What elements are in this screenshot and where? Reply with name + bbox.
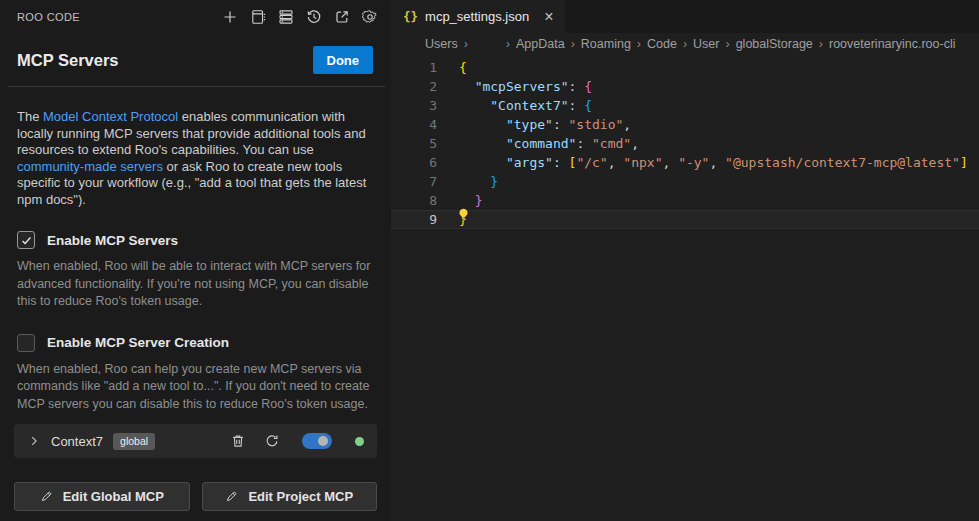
code-token: : — [569, 98, 585, 113]
line-number: 1 — [391, 58, 437, 77]
code-line[interactable]: 6"args": ["/c", "npx", "-y", "@upstash/c… — [391, 153, 979, 172]
server-icon[interactable] — [277, 8, 294, 25]
intro-text-segment: The — [17, 109, 43, 124]
history-icon[interactable] — [305, 8, 322, 25]
code-token: "type" — [506, 117, 553, 132]
edit-project-mcp-button[interactable]: Edit Project MCP — [202, 482, 378, 511]
code-line-text: { — [437, 58, 467, 77]
breadcrumb-separator: › — [571, 37, 575, 51]
code-token: { — [459, 60, 467, 75]
code-line[interactable]: 9} — [391, 210, 979, 229]
code-token: "cmd" — [592, 136, 631, 151]
notebook-icon[interactable] — [249, 8, 266, 25]
code-token: "command" — [506, 136, 576, 151]
panel-title: ROO CODE — [17, 11, 221, 23]
code-token: : — [553, 117, 569, 132]
delete-server-button[interactable] — [230, 433, 246, 449]
gear-icon[interactable] — [361, 8, 378, 25]
toggle-knob — [318, 436, 328, 446]
breadcrumb-separator: › — [637, 37, 641, 51]
line-number: 9 — [391, 210, 437, 229]
enable-mcp-servers-description: When enabled, Roo will be able to intera… — [17, 258, 374, 311]
code-token: { — [584, 79, 592, 94]
breadcrumb-item-rooveterinaryinc.roo-cli[interactable]: rooveterinaryinc.roo-cli — [829, 37, 955, 51]
edit-global-mcp-button[interactable]: Edit Global MCP — [14, 482, 190, 511]
chevron-right-icon[interactable] — [27, 434, 41, 448]
model-context-protocol-link[interactable]: Model Context Protocol — [43, 109, 178, 124]
line-number: 3 — [391, 96, 437, 115]
setting-enable-mcp-servers: Enable MCP Servers When enabled, Roo wil… — [17, 231, 374, 311]
code-line-text: "Context7": { — [437, 96, 592, 115]
setting-enable-mcp-server-creation: Enable MCP Server Creation When enabled,… — [17, 334, 374, 414]
line-number: 8 — [391, 191, 437, 210]
server-row-context7[interactable]: Context7 global — [14, 424, 377, 458]
edit-global-mcp-label: Edit Global MCP — [63, 489, 164, 504]
code-token: } — [475, 193, 483, 208]
code-token: : — [553, 155, 569, 170]
code-line[interactable]: 3"Context7": { — [391, 96, 979, 115]
code-token: "Context7" — [490, 98, 568, 113]
breadcrumb-item-users[interactable]: Users — [425, 37, 458, 51]
code-line-text: "type": "stdio", — [437, 115, 631, 134]
enable-mcp-server-creation-row[interactable]: Enable MCP Server Creation — [17, 334, 374, 352]
breadcrumb-separator: › — [683, 37, 687, 51]
code-line[interactable]: 7} — [391, 172, 979, 191]
breadcrumb-item-user[interactable]: User — [693, 37, 719, 51]
tab-filename: mcp_settings.json — [425, 9, 529, 24]
code-line[interactable]: 2"mcpServers": { — [391, 77, 979, 96]
breadcrumb-item-globalstorage[interactable]: globalStorage — [736, 37, 813, 51]
json-file-icon: {} — [403, 9, 418, 24]
breadcrumb-separator: › — [819, 37, 823, 51]
panel-toolbar — [221, 8, 378, 25]
close-icon[interactable]: × — [544, 9, 553, 25]
code-line[interactable]: 1{ — [391, 58, 979, 77]
code-token: , — [709, 155, 725, 170]
checkmark-icon — [20, 234, 33, 247]
code-token: "-y" — [678, 155, 709, 170]
breadcrumb-item-code[interactable]: Code — [647, 37, 677, 51]
header-divider — [8, 86, 385, 87]
code-line[interactable]: 8} — [391, 191, 979, 210]
enable-mcp-servers-row[interactable]: Enable MCP Servers — [17, 231, 374, 249]
code-token: : — [569, 79, 585, 94]
code-line-text: "args": ["/c", "npx", "-y", "@upstash/co… — [437, 153, 968, 172]
edit-mcp-buttons: Edit Global MCP Edit Project MCP — [14, 482, 377, 511]
enable-mcp-servers-checkbox[interactable] — [17, 231, 35, 249]
done-button[interactable]: Done — [313, 46, 374, 74]
code-token: , — [623, 117, 631, 132]
tab-mcp-settings-json[interactable]: {} mcp_settings.json × — [391, 0, 565, 33]
enable-mcp-server-creation-checkbox[interactable] — [17, 334, 35, 352]
tab-bar: {} mcp_settings.json × — [391, 0, 979, 33]
pencil-icon — [225, 490, 238, 503]
line-number: 6 — [391, 153, 437, 172]
code-line[interactable]: 4"type": "stdio", — [391, 115, 979, 134]
external-link-icon[interactable] — [333, 8, 350, 25]
plus-icon[interactable] — [221, 8, 238, 25]
community-made-servers-link[interactable]: community-made servers — [17, 159, 163, 174]
line-number: 7 — [391, 172, 437, 191]
breadcrumb-separator: › — [464, 37, 468, 51]
intro-text: The Model Context Protocol enables commu… — [17, 109, 374, 208]
code-line-text: } — [437, 191, 482, 210]
enable-mcp-servers-label: Enable MCP Servers — [47, 233, 178, 248]
refresh-icon — [264, 433, 280, 449]
breadcrumb-item-roaming[interactable]: Roaming — [581, 37, 631, 51]
breadcrumb-item-appdata[interactable]: AppData — [516, 37, 565, 51]
roo-code-panel: ROO CODE MCP Servers Done The Model Cont… — [0, 0, 391, 521]
code-token: ] — [960, 155, 968, 170]
code-editor[interactable]: 1{2"mcpServers": {3"Context7": {4"type":… — [391, 55, 979, 521]
server-status-dot — [355, 437, 364, 446]
code-line-text: } — [437, 172, 498, 191]
edit-project-mcp-label: Edit Project MCP — [248, 489, 353, 504]
code-line[interactable]: 5"command": "cmd", — [391, 134, 979, 153]
line-number: 4 — [391, 115, 437, 134]
restart-server-button[interactable] — [264, 433, 280, 449]
breadcrumb-separator: › — [506, 37, 510, 51]
server-name: Context7 — [51, 434, 103, 449]
code-token: { — [584, 98, 592, 113]
server-enabled-toggle[interactable] — [302, 433, 332, 449]
code-token: "mcpServers" — [475, 79, 569, 94]
line-number: 5 — [391, 134, 437, 153]
code-token: } — [490, 174, 498, 189]
code-token: "stdio" — [569, 117, 624, 132]
